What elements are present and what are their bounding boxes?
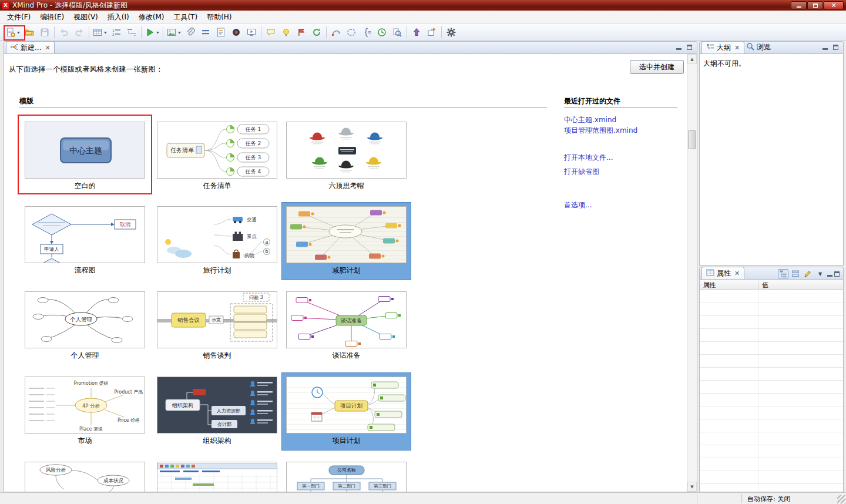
template-thumbnail-blank[interactable]: 中心主题 bbox=[25, 122, 145, 179]
tab-properties[interactable]: 属性 ✕ bbox=[701, 267, 744, 279]
comment-button[interactable] bbox=[263, 25, 278, 39]
editor-minimize-icon[interactable] bbox=[676, 48, 682, 50]
template-org[interactable]: 组织架构人力资源部会计部组织架构 bbox=[153, 373, 281, 450]
property-row[interactable] bbox=[700, 406, 843, 419]
menu-item-2[interactable]: 编辑(E) bbox=[35, 11, 69, 24]
template-flowchart[interactable]: 取消申请人流程图 bbox=[21, 203, 149, 280]
open-local-file-link[interactable]: 打开本地文件... bbox=[564, 153, 613, 163]
tab-close-icon[interactable]: ✕ bbox=[45, 44, 50, 52]
template-thumbnail-task-list[interactable]: 任务清单任务 1任务 2任务 3任务 4 bbox=[157, 122, 277, 179]
redo-button[interactable] bbox=[72, 25, 87, 39]
scroll-up-arrow[interactable]: ▲ bbox=[687, 54, 697, 64]
property-row[interactable] bbox=[700, 342, 843, 355]
recent-file-link-2[interactable]: 项目管理范围图.xmind bbox=[564, 126, 637, 136]
template-thumbnail-market[interactable]: 4P 分析Promotion 促销Product 产品Price 价格Place… bbox=[25, 377, 145, 434]
template-thumbnail-company[interactable]: 公司名称第一部门第二部门第三部门 bbox=[286, 462, 407, 492]
property-row[interactable] bbox=[700, 458, 843, 471]
undo-button[interactable] bbox=[56, 25, 72, 39]
template-project[interactable]: 项目计划项目计划 bbox=[282, 373, 411, 450]
properties-maximize-icon[interactable] bbox=[834, 271, 840, 277]
share-upload-button[interactable] bbox=[409, 25, 424, 39]
template-blank[interactable]: 中心主题空白的 bbox=[21, 118, 149, 195]
slideshow-button[interactable] bbox=[244, 25, 259, 39]
outline-minimize-icon[interactable] bbox=[822, 48, 828, 50]
refresh-green-button[interactable] bbox=[309, 25, 324, 39]
open-folder-button[interactable] bbox=[22, 25, 37, 39]
template-travel[interactable]: 交通景点购物ab旅行计划 bbox=[153, 203, 281, 280]
insert-image-button[interactable] bbox=[165, 25, 183, 39]
settings-gear-button[interactable] bbox=[444, 25, 459, 39]
menu-item-4[interactable]: 插入(I) bbox=[103, 11, 134, 24]
menu-item-7[interactable]: 帮助(H) bbox=[202, 11, 236, 24]
property-row[interactable] bbox=[700, 484, 843, 492]
task-clock-button[interactable] bbox=[374, 25, 390, 39]
summary-brace-button[interactable] bbox=[359, 25, 374, 39]
properties-minimize-icon[interactable] bbox=[827, 275, 832, 277]
property-row[interactable] bbox=[700, 355, 843, 368]
menu-item-5[interactable]: 修改(M) bbox=[134, 11, 169, 24]
template-thumbnail-personal[interactable]: 个人管理 bbox=[25, 291, 145, 348]
property-row[interactable] bbox=[700, 290, 843, 303]
property-row[interactable] bbox=[700, 303, 843, 316]
menu-item-3[interactable]: 视图(V) bbox=[69, 11, 103, 24]
template-thumbnail-sales[interactable]: 销售会议示意问题 3 bbox=[157, 291, 277, 348]
property-row[interactable] bbox=[700, 316, 843, 329]
relationship-button[interactable] bbox=[328, 25, 344, 39]
menu-item-1[interactable]: 文件(F) bbox=[2, 11, 35, 24]
template-company[interactable]: 公司名称第一部门第二部门第三部门 bbox=[282, 458, 411, 492]
template-thumbnail-risk[interactable]: 风险分析成本状况 bbox=[25, 462, 145, 492]
marker-button[interactable] bbox=[294, 25, 309, 39]
template-sales[interactable]: 销售会议示意问题 3销售谈判 bbox=[153, 288, 281, 365]
property-row[interactable] bbox=[700, 394, 843, 406]
property-row[interactable] bbox=[700, 432, 843, 445]
property-row[interactable] bbox=[700, 368, 843, 381]
template-market[interactable]: 4P 分析Promotion 促销Product 产品Price 价格Place… bbox=[21, 373, 149, 450]
outline-maximize-icon[interactable] bbox=[833, 45, 838, 50]
start-presentation-button[interactable] bbox=[143, 25, 161, 39]
template-six-hats[interactable]: 六顶思考帽 bbox=[282, 118, 411, 195]
open-default-map-link[interactable]: 打开缺省图 bbox=[564, 167, 599, 177]
audio-record-button[interactable] bbox=[229, 25, 244, 39]
idea-bulb-button[interactable] bbox=[278, 25, 294, 39]
property-row[interactable] bbox=[700, 329, 843, 342]
new-document-button[interactable] bbox=[4, 25, 22, 39]
notes-button[interactable] bbox=[213, 25, 229, 39]
property-row[interactable] bbox=[700, 471, 843, 484]
boundary-button[interactable] bbox=[344, 25, 359, 39]
template-thumbnail-gantt[interactable] bbox=[157, 462, 277, 492]
template-thumbnail-talk[interactable]: 谈话准备 bbox=[286, 291, 407, 348]
tree-view-icon[interactable] bbox=[778, 269, 788, 278]
template-risk[interactable]: 风险分析成本状况 bbox=[21, 458, 149, 492]
window-close-button[interactable]: ✕ bbox=[824, 1, 844, 9]
properties-tab-close-icon[interactable]: ✕ bbox=[734, 270, 740, 277]
insert-sheet-button[interactable] bbox=[91, 25, 109, 39]
outline-tab-close-icon[interactable]: ✕ bbox=[734, 44, 740, 52]
template-diet[interactable]: 减肥计划 bbox=[282, 203, 411, 280]
category-view-icon[interactable] bbox=[790, 269, 801, 278]
find-document-button[interactable] bbox=[390, 25, 405, 39]
value-column-header[interactable]: 值 bbox=[758, 280, 843, 290]
template-task-list[interactable]: 任务清单任务 1任务 2任务 3任务 4任务清单 bbox=[153, 118, 281, 195]
tab-outline[interactable]: 大纲 ✕ bbox=[701, 41, 744, 53]
tab-new-workbook[interactable]: 新建... ✕ bbox=[6, 41, 55, 53]
recent-file-link-1[interactable]: 中心主题.xmind bbox=[564, 115, 616, 125]
template-thumbnail-travel[interactable]: 交通景点购物ab bbox=[157, 206, 277, 263]
resize-grip[interactable] bbox=[837, 495, 845, 503]
menu-item-6[interactable]: 工具(T) bbox=[169, 11, 202, 24]
edit-value-icon[interactable] bbox=[803, 269, 813, 278]
template-gantt[interactable] bbox=[153, 458, 281, 492]
vertical-scrollbar[interactable]: ▲ ▼ bbox=[687, 54, 697, 492]
window-minimize-button[interactable] bbox=[791, 1, 807, 9]
property-row[interactable] bbox=[700, 381, 843, 394]
template-thumbnail-flowchart[interactable]: 取消申请人 bbox=[25, 206, 145, 263]
outline-demote-button[interactable] bbox=[124, 25, 139, 39]
numbered-list-button[interactable]: 12 bbox=[109, 25, 124, 39]
property-row[interactable] bbox=[700, 445, 843, 458]
property-column-header[interactable]: 属性 bbox=[700, 280, 758, 290]
window-maximize-button[interactable] bbox=[807, 1, 823, 9]
chevron-down-icon[interactable]: ▼ bbox=[815, 269, 825, 278]
template-thumbnail-project[interactable]: 项目计划 bbox=[286, 377, 407, 434]
scrollbar-thumb[interactable] bbox=[688, 130, 696, 149]
template-personal[interactable]: 个人管理个人管理 bbox=[21, 288, 149, 365]
tab-browse[interactable]: 浏览 bbox=[742, 41, 775, 53]
